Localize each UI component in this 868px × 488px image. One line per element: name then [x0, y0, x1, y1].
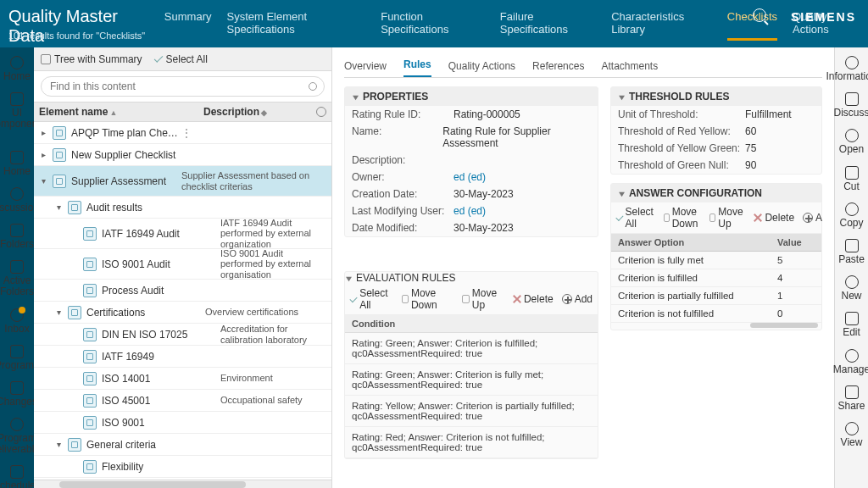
action-discuss[interactable]: Discuss: [835, 89, 868, 122]
nav-discussions[interactable]: Discussions: [0, 184, 34, 217]
action-view[interactable]: View: [835, 419, 868, 452]
ans-select-all[interactable]: Select All: [616, 206, 655, 230]
checklist-icon: [53, 126, 66, 140]
collapse-icon[interactable]: ▼: [351, 93, 361, 102]
detail-tab-attachments[interactable]: Attachments: [601, 60, 658, 77]
eval-select-all[interactable]: Select All: [350, 287, 393, 311]
tree-select-all[interactable]: Select All: [154, 53, 208, 65]
tree-node[interactable]: ISO 14001Environment: [34, 368, 331, 390]
tree-node[interactable]: ▾General criteria: [34, 434, 331, 456]
property-value[interactable]: ed (ed): [453, 205, 486, 217]
tree-node[interactable]: ▸APQP Time plan Checklist ⋮: [34, 122, 331, 144]
gear-icon[interactable]: [316, 107, 326, 117]
app-tab-characteristics-library[interactable]: Characteristics Library: [611, 10, 712, 41]
tree-with-summary-toggle[interactable]: Tree with Summary: [41, 53, 142, 65]
eval-delete[interactable]: Delete: [513, 293, 554, 305]
nav-programs[interactable]: Programs: [0, 341, 34, 374]
caret-icon[interactable]: ▾: [54, 440, 63, 449]
collapse-icon[interactable]: ▼: [617, 190, 627, 198]
app-tab-system-element-specifications[interactable]: System Element Specifications: [226, 10, 365, 41]
tree-node[interactable]: IATF 16949: [34, 346, 331, 368]
tree-node[interactable]: ▾CertificationsOverview certifications: [34, 302, 331, 324]
col-element-name[interactable]: Element name: [39, 106, 108, 118]
evaluation-row[interactable]: Rating: Red; Answer: Criterion is not fu…: [345, 427, 598, 458]
scrollbar-thumb[interactable]: [59, 481, 246, 488]
answer-row[interactable]: Criterion is fulfilled4: [611, 269, 821, 287]
action-information[interactable]: Information: [835, 53, 868, 86]
tree-node[interactable]: ISO 9001 AuditISO 9001 Audit performed b…: [34, 249, 331, 280]
app-tab-summary[interactable]: Summary: [164, 10, 212, 41]
detail-tab-references[interactable]: References: [532, 60, 584, 77]
collapse-icon[interactable]: ▼: [617, 93, 627, 102]
answer-row[interactable]: Criterion is partially fulfilled1: [611, 287, 821, 305]
search-icon[interactable]: [309, 82, 317, 91]
nav-home[interactable]: Home: [0, 53, 34, 86]
eval-col-condition[interactable]: Condition: [345, 315, 598, 333]
check-icon: [349, 294, 357, 302]
eval-move-up[interactable]: Move Up: [462, 287, 504, 311]
action-cut[interactable]: Cut: [835, 163, 868, 196]
ans-delete[interactable]: Delete: [754, 212, 794, 224]
property-row: Owner:ed (ed): [345, 169, 598, 186]
tree-node[interactable]: ▾Audit results: [34, 197, 331, 219]
ans-col-option[interactable]: Answer Option: [611, 234, 771, 252]
answer-row[interactable]: Criterion is fully met5: [611, 252, 821, 269]
caret-icon[interactable]: ▾: [39, 176, 47, 186]
tree-search-input[interactable]: [48, 80, 309, 93]
eval-add[interactable]: Add: [562, 293, 593, 305]
nav-ui-component-[interactable]: UI Component..: [0, 89, 34, 133]
ans-col-value[interactable]: Value: [771, 234, 821, 252]
ans-move-down[interactable]: Move Down: [664, 206, 701, 230]
collapse-icon[interactable]: ▼: [344, 274, 353, 283]
scrollbar-thumb[interactable]: [750, 323, 818, 328]
detail-tab-quality-actions[interactable]: Quality Actions: [448, 60, 515, 77]
tree-node[interactable]: Process Audit: [34, 280, 331, 302]
detail-tab-overview[interactable]: Overview: [344, 60, 387, 77]
sort-icon[interactable]: ▲: [109, 108, 117, 117]
ans-move-up[interactable]: Move Up: [709, 206, 745, 230]
nav-changes[interactable]: Changes: [0, 378, 34, 411]
tree-node[interactable]: IATF 16949 AuditIATF 16949 Audit perform…: [34, 219, 331, 249]
col-description[interactable]: Description: [203, 106, 259, 118]
action-new[interactable]: New: [835, 272, 868, 305]
action-open[interactable]: Open: [835, 125, 868, 158]
answer-h-scrollbar[interactable]: [611, 323, 821, 330]
action-edit[interactable]: Edit: [835, 308, 868, 341]
nav-home[interactable]: Home: [0, 147, 34, 180]
manage-icon: [845, 349, 859, 363]
tree-node[interactable]: DIN EN ISO 17025Accreditation for calibr…: [34, 324, 331, 346]
action-paste[interactable]: Paste: [835, 236, 868, 269]
detail-tab-rules[interactable]: Rules: [403, 58, 431, 77]
row-menu-icon[interactable]: ⋮: [181, 127, 192, 139]
caret-icon[interactable]: ▾: [54, 202, 63, 212]
nav-active-folders[interactable]: Active Folders: [0, 257, 34, 301]
evaluation-row[interactable]: Rating: Yellow; Answer: Criterion is par…: [345, 396, 598, 427]
caret-icon[interactable]: ▸: [39, 128, 47, 137]
nav-inbox[interactable]: Inbox: [0, 305, 34, 338]
nav-program-deliverables[interactable]: Program Deliverables: [0, 414, 34, 458]
tree-h-scrollbar[interactable]: [34, 480, 331, 488]
tree-node[interactable]: ISO 45001Occupational safety: [34, 390, 331, 412]
tree-node[interactable]: ▸New Supplier Checklist: [34, 144, 331, 166]
nav-schedules[interactable]: Schedules: [0, 462, 34, 488]
action-share[interactable]: Share: [835, 382, 868, 415]
action-manage[interactable]: Manage: [835, 346, 868, 379]
evaluation-row[interactable]: Rating: Green; Answer: Criterion is full…: [345, 364, 598, 396]
app-tab-function-specifications[interactable]: Function Specifications: [381, 10, 485, 41]
ans-add[interactable]: Add: [803, 212, 822, 224]
answer-row[interactable]: Criterion is not fulfilled0: [611, 305, 821, 323]
caret-icon[interactable]: ▾: [54, 308, 63, 317]
tree-node[interactable]: Flexibility: [34, 456, 331, 478]
action-copy[interactable]: Copy: [835, 199, 868, 232]
tree-node[interactable]: ▾Supplier AssessmentSupplier Assessment …: [34, 166, 331, 197]
sort-icon[interactable]: ◆: [261, 108, 267, 117]
eval-move-down[interactable]: Move Down: [402, 287, 454, 311]
global-search-icon[interactable]: [753, 8, 766, 22]
app-tab-failure-specifications[interactable]: Failure Specifications: [500, 10, 596, 41]
tree-node[interactable]: ISO 9001: [34, 412, 331, 434]
tree-search-box[interactable]: [41, 76, 325, 97]
evaluation-row[interactable]: Rating: Green; Answer: Criterion is fulf…: [345, 333, 598, 364]
caret-icon[interactable]: ▸: [39, 150, 47, 159]
property-value[interactable]: ed (ed): [453, 171, 486, 183]
nav-folders[interactable]: Folders: [0, 220, 34, 253]
